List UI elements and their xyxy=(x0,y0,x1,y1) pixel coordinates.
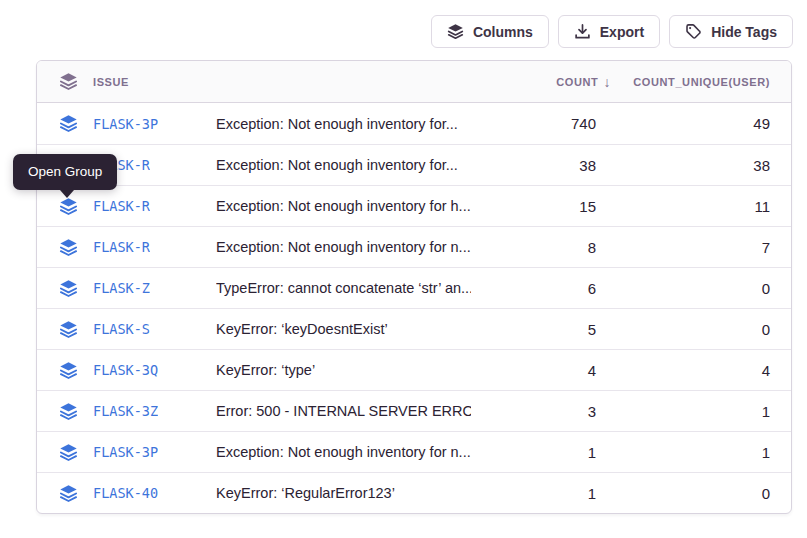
layers-icon xyxy=(447,23,464,40)
open-group-icon[interactable] xyxy=(59,361,78,380)
count-unique-value: 38 xyxy=(611,157,791,174)
count-value: 1 xyxy=(471,485,611,502)
table-row: FLASK-3P Exception: Not enough inventory… xyxy=(37,431,791,472)
issue-link[interactable]: FLASK-S xyxy=(93,321,150,337)
table-row: FLASK-3Z Error: 500 - INTERNAL SERVER ER… xyxy=(37,390,791,431)
table-header-row: ISSUE COUNT ↓ COUNT_UNIQUE(USER) xyxy=(37,61,791,103)
issue-cell: FLASK-3P xyxy=(37,443,216,462)
count-unique-value: 7 xyxy=(611,239,791,256)
count-value: 5 xyxy=(471,321,611,338)
table-row: FLASK-40 KeyError: ‘RegularError123’ 1 0 xyxy=(37,472,791,513)
count-unique-value: 4 xyxy=(611,362,791,379)
open-group-icon[interactable] xyxy=(59,443,78,462)
issue-title: KeyError: ‘RegularError123’ xyxy=(216,485,471,501)
column-header-count[interactable]: COUNT ↓ xyxy=(471,74,611,90)
count-value: 15 xyxy=(471,198,611,215)
issue-cell: FLASK-S xyxy=(37,320,216,339)
issue-cell: FLASK-Z xyxy=(37,279,216,298)
sort-descending-icon: ↓ xyxy=(603,74,611,90)
column-header-count-unique-label: COUNT_UNIQUE(USER) xyxy=(633,76,770,88)
issue-cell: FLASK-R xyxy=(37,238,216,257)
open-group-icon[interactable] xyxy=(59,197,78,216)
count-value: 740 xyxy=(471,115,611,132)
columns-button[interactable]: Columns xyxy=(431,15,549,48)
issue-cell: FLASK-3Z xyxy=(37,402,216,421)
issue-link[interactable]: FLASK-3P xyxy=(93,444,158,460)
table-row: FLASK-3Q KeyError: ‘type’ 4 4 xyxy=(37,349,791,390)
issue-link[interactable]: FLASK-3Q xyxy=(93,362,158,378)
table-toolbar: Columns Export Hide Tags xyxy=(431,15,793,48)
column-header-count-label: COUNT xyxy=(556,76,598,88)
issue-title: KeyError: ‘type’ xyxy=(216,362,471,378)
issue-title: Exception: Not enough inventory for n... xyxy=(216,239,471,255)
column-header-count-unique[interactable]: COUNT_UNIQUE(USER) xyxy=(611,76,791,88)
count-unique-value: 0 xyxy=(611,280,791,297)
count-value: 1 xyxy=(471,444,611,461)
column-header-issue[interactable]: ISSUE xyxy=(37,72,216,91)
open-group-icon[interactable] xyxy=(59,279,78,298)
issue-link[interactable]: FLASK-3Z xyxy=(93,403,158,419)
issue-title: Exception: Not enough inventory for n... xyxy=(216,444,471,460)
export-button[interactable]: Export xyxy=(558,15,660,48)
table-body: FLASK-3P Exception: Not enough inventory… xyxy=(37,103,791,513)
issue-link[interactable]: FLASK-R xyxy=(93,198,150,214)
issue-title: KeyError: ‘keyDoesntExist’ xyxy=(216,321,471,337)
tag-icon xyxy=(685,23,702,40)
issue-title: TypeError: cannot concatenate ‘str’ an..… xyxy=(216,280,471,296)
count-unique-value: 1 xyxy=(611,403,791,420)
count-unique-value: 49 xyxy=(611,115,791,132)
open-group-icon[interactable] xyxy=(59,402,78,421)
table-row: FLASK-Z TypeError: cannot concatenate ‘s… xyxy=(37,267,791,308)
open-group-icon[interactable] xyxy=(59,238,78,257)
table-row: FLASK-R Exception: Not enough inventory … xyxy=(37,144,791,185)
open-group-tooltip-label: Open Group xyxy=(28,164,102,179)
issue-cell: FLASK-3Q xyxy=(37,361,216,380)
column-header-issue-label: ISSUE xyxy=(93,76,129,88)
count-value: 4 xyxy=(471,362,611,379)
export-button-label: Export xyxy=(600,24,644,40)
issue-cell: FLASK-3P xyxy=(37,114,216,133)
open-group-icon[interactable] xyxy=(59,114,78,133)
count-unique-value: 0 xyxy=(611,485,791,502)
issue-title: Exception: Not enough inventory for h... xyxy=(216,198,471,214)
count-unique-value: 1 xyxy=(611,444,791,461)
issue-link[interactable]: FLASK-40 xyxy=(93,485,158,501)
columns-button-label: Columns xyxy=(473,24,533,40)
count-unique-value: 0 xyxy=(611,321,791,338)
layers-icon xyxy=(59,72,78,91)
issue-link[interactable]: FLASK-R xyxy=(93,239,150,255)
issue-link[interactable]: FLASK-3P xyxy=(93,116,158,132)
count-value: 3 xyxy=(471,403,611,420)
table-row: FLASK-3P Exception: Not enough inventory… xyxy=(37,103,791,144)
issue-cell: FLASK-R xyxy=(37,197,216,216)
count-value: 6 xyxy=(471,280,611,297)
issue-cell: FLASK-40 xyxy=(37,484,216,503)
issue-title: Exception: Not enough inventory for... xyxy=(216,157,471,173)
open-group-tooltip: Open Group xyxy=(13,154,117,190)
count-unique-value: 11 xyxy=(611,198,791,215)
open-group-icon[interactable] xyxy=(59,484,78,503)
table-row: FLASK-R Exception: Not enough inventory … xyxy=(37,185,791,226)
count-value: 8 xyxy=(471,239,611,256)
table-row: FLASK-S KeyError: ‘keyDoesntExist’ 5 0 xyxy=(37,308,791,349)
count-value: 38 xyxy=(471,157,611,174)
issue-link[interactable]: FLASK-Z xyxy=(93,280,150,296)
issue-title: Error: 500 - INTERNAL SERVER ERROR xyxy=(216,403,471,419)
hide-tags-button-label: Hide Tags xyxy=(711,24,777,40)
results-table: ISSUE COUNT ↓ COUNT_UNIQUE(USER) FLASK-3… xyxy=(36,60,792,514)
download-icon xyxy=(574,23,591,40)
hide-tags-button[interactable]: Hide Tags xyxy=(669,15,793,48)
issue-title: Exception: Not enough inventory for... xyxy=(216,116,471,132)
table-row: FLASK-R Exception: Not enough inventory … xyxy=(37,226,791,267)
open-group-icon[interactable] xyxy=(59,320,78,339)
